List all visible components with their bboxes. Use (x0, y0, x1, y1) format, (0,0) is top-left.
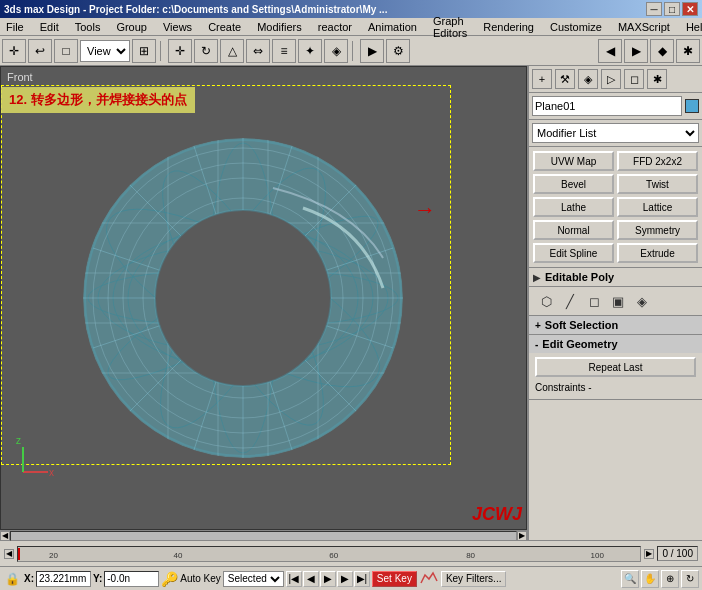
repeat-last-btn[interactable]: Repeat Last (535, 357, 696, 377)
menu-edit[interactable]: Edit (36, 20, 63, 34)
normal-btn[interactable]: Normal (533, 220, 614, 240)
align-tool[interactable]: ≡ (272, 39, 296, 63)
menu-maxscript[interactable]: MAXScript (614, 20, 674, 34)
menu-create[interactable]: Create (204, 20, 245, 34)
utilities-icon-btn[interactable]: ✱ (647, 69, 667, 89)
hierarchy-icon-btn[interactable]: ◈ (578, 69, 598, 89)
twist-btn[interactable]: Twist (617, 174, 698, 194)
menu-reactor[interactable]: reactor (314, 20, 356, 34)
mirror-tool[interactable]: ⇔ (246, 39, 270, 63)
scale-tool[interactable]: △ (220, 39, 244, 63)
create-icon-btn[interactable]: + (532, 69, 552, 89)
ep-element-icon[interactable]: ◈ (633, 292, 651, 310)
compass-tool[interactable]: ✛ (2, 39, 26, 63)
menu-graph-editors[interactable]: Graph Editors (429, 14, 471, 40)
y-coord-input[interactable] (104, 571, 159, 587)
menu-bar: File Edit Tools Group Views Create Modif… (0, 18, 702, 36)
uvw-map-btn[interactable]: UVW Map (533, 151, 614, 171)
right-tool-2[interactable]: ▶ (624, 39, 648, 63)
render-tool[interactable]: ▶ (360, 39, 384, 63)
modify-icon-btn[interactable]: ⚒ (555, 69, 575, 89)
set-key-btn[interactable]: Set Key (372, 571, 417, 587)
symmetry-btn[interactable]: Symmetry (617, 220, 698, 240)
menu-modifiers[interactable]: Modifiers (253, 20, 306, 34)
viewport-label: Front (7, 71, 33, 83)
play-btn[interactable]: ▶ (320, 571, 336, 587)
extrude-btn[interactable]: Extrude (617, 243, 698, 263)
material-tool[interactable]: ◈ (324, 39, 348, 63)
edit-spline-btn[interactable]: Edit Spline (533, 243, 614, 263)
go-end-btn[interactable]: ▶| (354, 571, 370, 587)
soft-selection-label: Soft Selection (545, 319, 618, 331)
scroll-right-btn[interactable]: ▶ (517, 531, 527, 541)
right-tool-3[interactable]: ◆ (650, 39, 674, 63)
render-setup-tool[interactable]: ⚙ (386, 39, 410, 63)
svg-text:60: 60 (329, 551, 338, 560)
maximize-button[interactable]: □ (664, 2, 680, 16)
curve-icon (419, 571, 439, 587)
scroll-left-btn[interactable]: ◀ (0, 531, 10, 541)
minimize-button[interactable]: ─ (646, 2, 662, 16)
soft-selection-header[interactable]: + Soft Selection (529, 316, 702, 334)
right-tool-4[interactable]: ✱ (676, 39, 700, 63)
menu-file[interactable]: File (2, 20, 28, 34)
go-start-btn[interactable]: |◀ (286, 571, 302, 587)
select-tool[interactable]: □ (54, 39, 78, 63)
lattice-btn[interactable]: Lattice (617, 197, 698, 217)
prev-frame-btn[interactable]: ◀ (303, 571, 319, 587)
animation-mode-select[interactable]: Selected (223, 571, 284, 587)
object-tool[interactable]: ⊞ (132, 39, 156, 63)
timeline-track[interactable]: 20 40 60 80 100 (17, 546, 641, 562)
lock-icon[interactable]: 🔒 (3, 572, 22, 586)
modifier-list-select[interactable]: Modifier List (532, 123, 699, 143)
timeline-prev-btn[interactable]: ◀ (4, 549, 14, 559)
display-icon-btn[interactable]: ◻ (624, 69, 644, 89)
view-select[interactable]: View (80, 40, 130, 62)
viewport-hscroll[interactable]: ◀ ▶ (0, 530, 527, 540)
rotate-tool[interactable]: ↻ (194, 39, 218, 63)
edit-geometry-toggle: - (535, 339, 538, 350)
edit-geometry-section: - Edit Geometry Repeat Last Constraints … (529, 335, 702, 400)
next-frame-btn[interactable]: ▶ (337, 571, 353, 587)
menu-customize[interactable]: Customize (546, 20, 606, 34)
ffd-btn[interactable]: FFD 2x2x2 (617, 151, 698, 171)
menu-group[interactable]: Group (112, 20, 151, 34)
ep-polygon-icon[interactable]: ▣ (609, 292, 627, 310)
y-coord-field: Y: (93, 571, 159, 587)
undo-tool[interactable]: ↩ (28, 39, 52, 63)
menu-rendering[interactable]: Rendering (479, 20, 538, 34)
key-filters-btn[interactable]: Key Filters... (441, 571, 507, 587)
bevel-btn[interactable]: Bevel (533, 174, 614, 194)
nav-pan-btn[interactable]: ✋ (641, 570, 659, 588)
right-tool-1[interactable]: ◀ (598, 39, 622, 63)
modifier-buttons-grid: UVW Map FFD 2x2x2 Bevel Twist Lathe Latt… (529, 147, 702, 268)
axes-indicator: x z (13, 432, 68, 489)
title-text: 3ds max Design - Project Folder: c:\Docu… (4, 4, 387, 15)
menu-animation[interactable]: Animation (364, 20, 421, 34)
x-coord-input[interactable] (36, 571, 91, 587)
menu-help[interactable]: Help (682, 20, 702, 34)
ep-vertex-icon[interactable]: ⬡ (537, 292, 555, 310)
object-color-swatch[interactable] (685, 99, 699, 113)
snap-tool[interactable]: ✦ (298, 39, 322, 63)
ep-icons-row: ⬡ ╱ ◻ ▣ ◈ (529, 287, 702, 316)
menu-views[interactable]: Views (159, 20, 196, 34)
ep-edge-icon[interactable]: ╱ (561, 292, 579, 310)
edit-geometry-header[interactable]: - Edit Geometry (529, 335, 702, 353)
viewport[interactable]: Front 12. 转多边形，并焊接接头的点 → (0, 66, 527, 530)
timeline-next-btn[interactable]: ▶ (644, 549, 654, 559)
lathe-btn[interactable]: Lathe (533, 197, 614, 217)
scroll-track[interactable] (10, 531, 517, 541)
object-name-input[interactable] (532, 96, 682, 116)
menu-tools[interactable]: Tools (71, 20, 105, 34)
nav-zoom-btn[interactable]: 🔍 (621, 570, 639, 588)
move-tool[interactable]: ✛ (168, 39, 192, 63)
svg-text:40: 40 (174, 551, 183, 560)
close-button[interactable]: ✕ (682, 2, 698, 16)
ep-border-icon[interactable]: ◻ (585, 292, 603, 310)
motion-icon-btn[interactable]: ▷ (601, 69, 621, 89)
nav-zoom-all-btn[interactable]: ⊕ (661, 570, 679, 588)
panel-top-icons: + ⚒ ◈ ▷ ◻ ✱ (529, 66, 702, 93)
nav-orbit-btn[interactable]: ↻ (681, 570, 699, 588)
svg-text:80: 80 (466, 551, 475, 560)
